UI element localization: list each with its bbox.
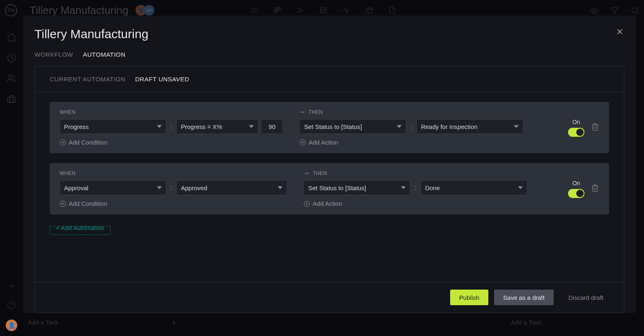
action-value-select[interactable]: Done	[421, 180, 527, 195]
add-condition-button[interactable]: Add Condition	[60, 200, 287, 207]
search-icon[interactable]	[631, 7, 639, 15]
svg-rect-25	[8, 97, 15, 102]
automation-rule: WHEN Approval : Approved	[50, 163, 609, 214]
chevron-down-icon	[249, 124, 254, 129]
svg-marker-33	[249, 125, 254, 128]
delete-rule-button[interactable]	[591, 184, 599, 194]
svg-marker-38	[397, 125, 402, 128]
delete-rule-button[interactable]	[591, 123, 599, 133]
arrow-right-icon	[299, 110, 305, 115]
plus-icon[interactable]	[7, 282, 16, 291]
action-field-select[interactable]: Set Status to [Status]	[299, 119, 406, 134]
trash-icon	[591, 184, 599, 192]
svg-marker-45	[157, 186, 162, 189]
colon-separator: :	[413, 184, 418, 191]
add-automation-button[interactable]: + Add Automation	[50, 226, 110, 235]
svg-marker-52	[518, 186, 523, 189]
toggle-label: On	[573, 180, 580, 186]
trigger-field-select[interactable]: Progress	[60, 119, 166, 134]
eye-icon[interactable]	[590, 7, 598, 15]
discard-draft-button[interactable]: Discard draft	[559, 290, 612, 305]
svg-rect-6	[274, 7, 276, 13]
svg-marker-32	[157, 125, 162, 128]
trigger-op-select[interactable]: Progress = X%	[176, 119, 258, 134]
tab-workflow[interactable]: WORKFLOW	[34, 51, 73, 58]
add-condition-button[interactable]: Add Condition	[60, 139, 283, 146]
modal-title: Tillery Manufacturing	[34, 27, 624, 41]
chevron-down-icon	[157, 124, 162, 129]
calendar-icon[interactable]	[366, 7, 373, 14]
svg-marker-39	[514, 125, 519, 128]
colon-separator: :	[169, 184, 174, 191]
trigger-value-input[interactable]: 90	[261, 119, 283, 134]
when-label: WHEN	[60, 109, 283, 115]
plus-circle-icon	[60, 139, 66, 146]
help-icon[interactable]	[7, 301, 16, 310]
chevron-down-icon	[157, 185, 162, 190]
automation-modal: Tillery Manufacturing WORKFLOW AUTOMATIO…	[23, 16, 636, 313]
tab-automation[interactable]: AUTOMATION	[83, 51, 126, 58]
bg-add-task-left: Add a Task	[28, 319, 58, 326]
add-action-button[interactable]: Add Action	[299, 139, 529, 146]
automation-rule: WHEN Progress : Progress = X% 90	[50, 102, 609, 153]
plus-circle-icon	[60, 200, 66, 207]
subtab-current-automation[interactable]: CURRENT AUTOMATION	[50, 76, 125, 83]
plus-circle-icon	[299, 139, 306, 146]
svg-rect-7	[277, 7, 278, 11]
file-icon[interactable]	[389, 7, 396, 14]
sheet-icon[interactable]	[320, 7, 327, 14]
then-label: THEN	[299, 109, 529, 115]
chevron-down-icon	[397, 124, 402, 129]
chevron-down-icon	[401, 185, 406, 190]
svg-rect-15	[366, 8, 372, 13]
board-icon[interactable]	[274, 7, 281, 14]
svg-rect-8	[279, 7, 281, 10]
close-button[interactable]	[615, 27, 624, 38]
chevron-down-icon	[514, 124, 519, 129]
svg-line-22	[637, 12, 638, 14]
trash-icon	[591, 123, 599, 131]
subtab-draft-unsaved[interactable]: DRAFT UNSAVED	[135, 76, 189, 83]
chevron-down-icon	[278, 185, 283, 190]
svg-marker-46	[278, 186, 283, 189]
activity-icon[interactable]	[343, 7, 350, 14]
home-icon[interactable]	[7, 33, 16, 42]
svg-marker-51	[401, 186, 406, 189]
svg-point-24	[9, 75, 12, 78]
publish-button[interactable]: Publish	[450, 290, 488, 305]
svg-point-21	[632, 8, 637, 13]
trigger-op-select[interactable]: Approved	[176, 180, 287, 195]
list-icon[interactable]	[251, 7, 258, 14]
svg-point-19	[593, 10, 595, 12]
then-label: THEN	[304, 170, 534, 176]
arrow-right-icon	[304, 171, 309, 176]
svg-point-28	[8, 301, 15, 309]
chevron-down-icon	[518, 185, 523, 190]
action-value-select[interactable]: Ready for Inspection	[416, 119, 523, 134]
add-action-button[interactable]: Add Action	[304, 200, 534, 207]
svg-marker-20	[611, 8, 618, 14]
filter-icon[interactable]	[610, 7, 619, 15]
when-label: WHEN	[60, 170, 287, 176]
rule-enabled-toggle[interactable]	[568, 189, 584, 198]
gantt-icon[interactable]	[297, 7, 304, 14]
svg-point-3	[251, 8, 252, 9]
colon-separator: :	[169, 123, 174, 130]
clock-icon[interactable]	[7, 53, 16, 62]
svg-point-5	[251, 12, 252, 13]
users-icon[interactable]	[7, 74, 16, 83]
svg-point-4	[251, 10, 252, 11]
bg-page-title: Tillery Manufacturing	[30, 4, 128, 17]
app-logo: PM	[5, 4, 17, 16]
svg-rect-12	[320, 7, 326, 13]
save-draft-button[interactable]: Save as a draft	[494, 290, 554, 305]
briefcase-icon[interactable]	[7, 94, 16, 104]
trigger-field-select[interactable]: Approval	[60, 180, 166, 195]
toggle-label: On	[573, 119, 580, 125]
close-icon	[615, 27, 624, 36]
action-field-select[interactable]: Set Status to [Status]	[304, 180, 410, 195]
current-user-avatar[interactable]: 👤	[6, 320, 17, 331]
avatar-user-2: GP	[144, 5, 154, 16]
colon-separator: :	[409, 123, 414, 130]
rule-enabled-toggle[interactable]	[568, 128, 584, 137]
